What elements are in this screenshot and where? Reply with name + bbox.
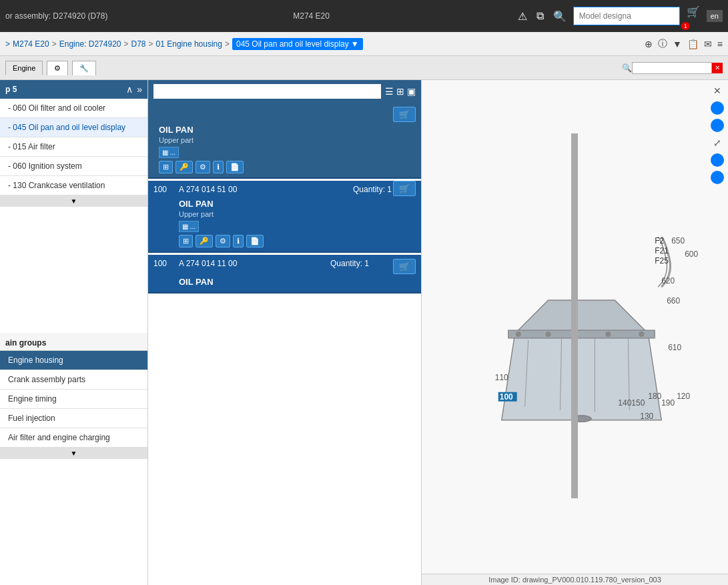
part-row-0: 🛒 OIL PAN Upper part ▦ ... ⊞ 🔑 ⚙ ℹ 📄	[148, 103, 421, 179]
model-search-input[interactable]	[579, 11, 659, 21]
grid-view-btn[interactable]: ⊞	[396, 86, 404, 97]
sidebar-items-list: - 060 Oil filter and oil cooler - 045 Oi…	[0, 99, 147, 333]
sidebar-main-list: Engine housing Crank assembly parts Engi…	[0, 351, 147, 585]
sidebar-section-title: ain groups	[0, 333, 147, 351]
more-icon[interactable]: ≡	[717, 39, 723, 49]
part-qty-1: Quantity: 1	[353, 185, 392, 194]
second-toolbar: Engine ⚙ 🔧 🔍 ✕	[0, 56, 728, 80]
part-grid-0[interactable]: ▦ ...	[159, 147, 179, 158]
svg-point-1	[516, 332, 521, 337]
part-name-2: OIL PAN	[179, 277, 416, 287]
tab-tools[interactable]: 🔧	[72, 61, 96, 75]
sidebar-main-4[interactable]: Air filter and engine charging	[0, 428, 147, 448]
svg-text:620: 620	[661, 276, 675, 285]
toolbar-search-input[interactable]	[632, 62, 712, 74]
info-icon[interactable]: ⓘ	[658, 38, 667, 50]
part1-action-info[interactable]: ℹ	[233, 235, 244, 247]
part-num-2: 100	[153, 259, 173, 268]
image-id-bar: Image ID: drawing_PV000.010.119.780_vers…	[422, 574, 728, 585]
blue-indicator-4	[711, 171, 724, 184]
part1-action-key[interactable]: 🔑	[196, 235, 213, 247]
sidebar-item-4[interactable]: - 130 Crankcase ventilation	[0, 176, 147, 195]
part1-action-tool[interactable]: ⚙	[216, 235, 230, 247]
part-action-info[interactable]: ℹ	[213, 161, 224, 173]
breadcrumb-active-dropdown[interactable]: 045 Oil pan and oil level display ▼	[232, 38, 363, 50]
part-qty-2: Quantity: 1	[330, 259, 369, 268]
tab-settings[interactable]: ⚙	[47, 61, 68, 75]
sidebar-item-3[interactable]: - 060 Ignition system	[0, 157, 147, 176]
warning-icon[interactable]: ⚠	[515, 7, 530, 25]
rp-expand-btn[interactable]: ⤢	[709, 135, 725, 151]
sidebar-main-2[interactable]: Engine timing	[0, 390, 147, 409]
sidebar: p 5 ∧ » - 060 Oil filter and oil cooler …	[0, 80, 148, 585]
breadcrumb-item-0[interactable]: >	[5, 39, 10, 49]
part-id-1: A 274 014 51 00	[173, 185, 353, 194]
svg-text:660: 660	[667, 296, 680, 306]
svg-text:150: 150	[631, 398, 645, 408]
svg-point-4	[605, 332, 611, 337]
sidebar-header: p 5 ∧ »	[0, 80, 147, 99]
svg-text:130: 130	[640, 412, 653, 421]
svg-text:120: 120	[677, 392, 690, 401]
part-grid-1[interactable]: ▦ ...	[179, 221, 199, 232]
part-action-tool[interactable]: ⚙	[196, 161, 210, 173]
center-panel: ☰ ⊞ ▣ 🛒 OIL PAN Upper part ▦ ... ⊞ 🔑	[148, 80, 422, 585]
blue-indicator-2	[711, 119, 724, 132]
part1-action-table[interactable]: ⊞	[179, 235, 193, 247]
part-action-key[interactable]: 🔑	[175, 161, 193, 173]
top-actions: ⚠ ⧉ 🔍 🛒 1 en	[515, 3, 723, 30]
sidebar-item-0[interactable]: - 060 Oil filter and oil cooler	[0, 99, 147, 118]
center-view-icons: ☰ ⊞ ▣	[385, 86, 416, 97]
part-actions-0: ⊞ 🔑 ⚙ ℹ 📄	[159, 161, 416, 173]
sidebar-expand-btn[interactable]: »	[137, 84, 142, 95]
svg-point-2	[639, 332, 644, 337]
breadcrumb-engine[interactable]: Engine: D274920	[59, 39, 121, 49]
blue-indicator-1	[711, 101, 724, 115]
sep3: >	[149, 39, 153, 49]
language-button[interactable]: en	[707, 10, 723, 22]
part1-action-doc[interactable]: 📄	[246, 235, 264, 247]
part-action-table[interactable]: ⊞	[159, 161, 173, 173]
breadcrumb-bar: > M274 E20 > Engine: D274920 > D78 > 01 …	[0, 32, 728, 56]
svg-text:610: 610	[668, 343, 681, 352]
svg-text:600: 600	[685, 249, 698, 259]
breadcrumb-m274[interactable]: M274 E20	[13, 39, 49, 49]
search-icon-toolbar: 🔍	[622, 63, 632, 73]
breadcrumb-01[interactable]: 01 Engine housing	[156, 39, 222, 49]
cart-icon[interactable]: 🛒	[684, 3, 703, 21]
sidebar-item-2[interactable]: - 015 Air filter	[0, 137, 147, 157]
breadcrumb-d78[interactable]: D78	[131, 39, 146, 49]
sidebar-main-0[interactable]: Engine housing	[0, 351, 147, 370]
svg-text:100: 100	[500, 392, 513, 402]
list-view-btn[interactable]: ☰	[385, 86, 394, 97]
part-action-doc[interactable]: 📄	[226, 161, 244, 173]
sidebar-scroll-down[interactable]: ▼	[0, 195, 147, 207]
rp-close-btn[interactable]: ✕	[709, 83, 725, 99]
sidebar-main-scroll-down[interactable]: ▼	[0, 448, 147, 459]
detail-view-btn[interactable]: ▣	[407, 86, 416, 97]
report-icon[interactable]: 📋	[687, 39, 699, 49]
search-icon-top[interactable]: 🔍	[551, 7, 569, 25]
sidebar-main-1[interactable]: Crank assembly parts	[0, 370, 147, 390]
main-layout: p 5 ∧ » - 060 Oil filter and oil cooler …	[0, 80, 728, 585]
mail-icon[interactable]: ✉	[704, 39, 712, 49]
tab-engine[interactable]: Engine	[5, 61, 43, 75]
sidebar-collapse-btn[interactable]: ∧	[126, 84, 133, 95]
copy-icon[interactable]: ⧉	[534, 7, 547, 25]
sidebar-item-1[interactable]: - 045 Oil pan and oil level display	[0, 118, 147, 137]
toolbar-search-close[interactable]: ✕	[712, 63, 723, 73]
part-row-2: 100 A 274 014 11 00 Quantity: 1 🛒 OIL PA…	[148, 253, 421, 294]
sep2: >	[123, 39, 128, 49]
part-row-1: 100 A 274 014 51 00 Quantity: 1 🛒 OIL PA…	[148, 179, 421, 253]
center-search-input[interactable]	[153, 84, 381, 99]
filter-icon[interactable]: ▼	[673, 39, 682, 49]
cart-add-btn-1[interactable]: 🛒	[393, 181, 416, 196]
toolbar-search: 🔍 ✕	[622, 62, 723, 74]
cart-container: 🛒 1	[684, 3, 703, 30]
top-bar: or assembly: D274920 (D78) M274 E20 ⚠ ⧉ …	[0, 0, 728, 32]
sidebar-main-3[interactable]: Fuel injection	[0, 409, 147, 428]
cart-add-btn-2[interactable]: 🛒	[393, 259, 416, 274]
zoom-icon[interactable]: ⊕	[645, 39, 653, 49]
label-f2: F2	[655, 236, 664, 245]
cart-add-btn-0[interactable]: 🛒	[393, 107, 416, 122]
